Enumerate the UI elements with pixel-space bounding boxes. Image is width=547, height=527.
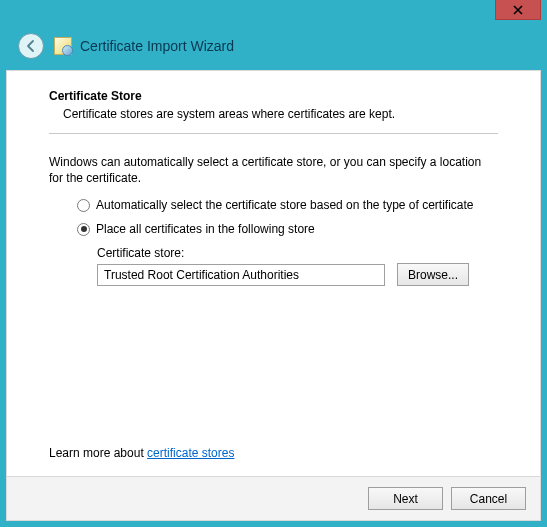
radio-place-all[interactable]: Place all certificates in the following …	[77, 222, 498, 236]
store-block: Certificate store: Browse...	[97, 246, 498, 286]
content-panel: Certificate Store Certificate stores are…	[6, 70, 541, 521]
divider	[49, 133, 498, 134]
header-bar: Certificate Import Wizard	[6, 24, 541, 68]
certificate-store-input[interactable]	[97, 264, 385, 286]
wizard-title: Certificate Import Wizard	[80, 38, 234, 54]
learn-more-link[interactable]: certificate stores	[147, 446, 234, 460]
window-frame: Certificate Import Wizard Certificate St…	[0, 0, 547, 527]
back-button[interactable]	[18, 33, 44, 59]
body-text: Windows can automatically select a certi…	[49, 154, 498, 186]
footer-bar: Next Cancel	[7, 476, 540, 520]
back-arrow-icon	[24, 39, 38, 53]
learn-more-prefix: Learn more about	[49, 446, 147, 460]
certificate-icon	[54, 37, 72, 55]
learn-more: Learn more about certificate stores	[49, 446, 234, 460]
radio-auto-label: Automatically select the certificate sto…	[96, 198, 474, 212]
store-selection-group: Automatically select the certificate sto…	[77, 198, 498, 236]
browse-button[interactable]: Browse...	[397, 263, 469, 286]
radio-icon	[77, 223, 90, 236]
radio-icon	[77, 199, 90, 212]
close-icon	[513, 5, 523, 15]
next-button[interactable]: Next	[368, 487, 443, 510]
cancel-button[interactable]: Cancel	[451, 487, 526, 510]
store-field-label: Certificate store:	[97, 246, 498, 260]
page-subheading: Certificate stores are system areas wher…	[63, 107, 498, 121]
close-button[interactable]	[495, 0, 541, 20]
radio-auto-select[interactable]: Automatically select the certificate sto…	[77, 198, 498, 212]
radio-place-label: Place all certificates in the following …	[96, 222, 315, 236]
page-heading: Certificate Store	[49, 89, 498, 103]
